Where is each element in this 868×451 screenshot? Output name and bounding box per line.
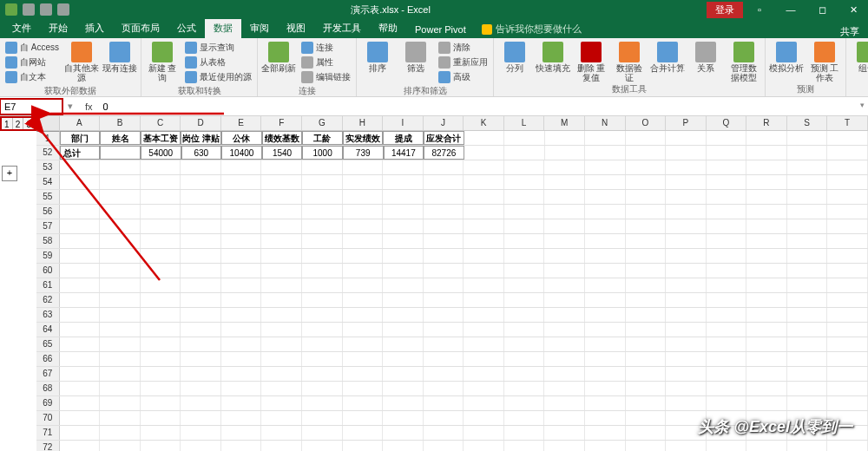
cell[interactable]: [221, 175, 262, 189]
cell[interactable]: [100, 160, 141, 174]
cell[interactable]: [343, 323, 384, 337]
cell[interactable]: [544, 411, 585, 425]
cell[interactable]: 82726: [424, 146, 464, 160]
cell[interactable]: [544, 426, 585, 440]
btn-connections[interactable]: 连接: [299, 41, 352, 55]
cell[interactable]: [707, 131, 747, 145]
row-header[interactable]: 63: [36, 308, 60, 322]
cell[interactable]: [544, 352, 585, 366]
cell[interactable]: [464, 264, 504, 278]
cell[interactable]: [464, 323, 504, 337]
cell[interactable]: [827, 441, 868, 451]
cell[interactable]: [261, 323, 302, 337]
cell[interactable]: [343, 264, 384, 278]
cell[interactable]: [302, 293, 343, 307]
cell[interactable]: [100, 293, 141, 307]
cell[interactable]: [100, 337, 141, 351]
cell[interactable]: [424, 337, 464, 351]
cell[interactable]: [666, 323, 707, 337]
cell[interactable]: [787, 293, 828, 307]
cell[interactable]: [261, 264, 302, 278]
cell[interactable]: [181, 160, 221, 174]
col-header-J[interactable]: J: [424, 116, 464, 130]
cell[interactable]: [141, 190, 181, 204]
cell[interactable]: [343, 205, 384, 219]
cell[interactable]: [261, 308, 302, 322]
qat-more-icon[interactable]: [57, 3, 69, 16]
cell[interactable]: [343, 160, 384, 174]
cell[interactable]: [464, 249, 504, 263]
cell[interactable]: [707, 396, 747, 410]
col-header-E[interactable]: E: [221, 116, 262, 130]
undo-icon[interactable]: [23, 3, 35, 16]
row-header[interactable]: 56: [36, 205, 60, 219]
tab-data[interactable]: 数据: [205, 19, 241, 38]
cell[interactable]: [302, 367, 343, 381]
ribbon-options-icon[interactable]: ▫: [745, 0, 774, 19]
cell[interactable]: [707, 264, 747, 278]
cell[interactable]: [464, 426, 504, 440]
cell[interactable]: [60, 175, 101, 189]
cell[interactable]: [383, 441, 424, 451]
cell[interactable]: [746, 146, 787, 160]
cell[interactable]: [504, 337, 545, 351]
cell[interactable]: [707, 352, 747, 366]
cell[interactable]: [585, 293, 626, 307]
cell[interactable]: [544, 441, 585, 451]
cell[interactable]: [343, 337, 384, 351]
cell[interactable]: [666, 175, 707, 189]
cell[interactable]: [60, 441, 101, 451]
cell[interactable]: [181, 205, 221, 219]
row-header[interactable]: 68: [36, 382, 60, 395]
cell[interactable]: [585, 264, 626, 278]
cell[interactable]: [746, 337, 787, 351]
cell[interactable]: [626, 249, 667, 263]
tab-developer[interactable]: 开发工具: [314, 19, 370, 38]
cell[interactable]: [141, 308, 181, 322]
row-header[interactable]: 59: [36, 249, 60, 263]
btn-new-query[interactable]: 新建 查询: [145, 40, 180, 82]
cell[interactable]: [221, 264, 262, 278]
cell[interactable]: [181, 190, 221, 204]
cell[interactable]: [100, 396, 141, 410]
cell[interactable]: [221, 234, 262, 248]
cell[interactable]: [787, 278, 828, 292]
cell[interactable]: [504, 190, 545, 204]
cell[interactable]: [746, 190, 787, 204]
cell[interactable]: [181, 352, 221, 366]
cell[interactable]: [666, 337, 707, 351]
cell[interactable]: [60, 411, 101, 425]
row-header[interactable]: 65: [36, 337, 60, 351]
cell[interactable]: [827, 337, 868, 351]
cell[interactable]: [302, 337, 343, 351]
cell[interactable]: [544, 219, 585, 233]
col-header-C[interactable]: C: [141, 116, 181, 130]
cell[interactable]: [60, 249, 101, 263]
cell[interactable]: [666, 219, 707, 233]
cell[interactable]: [302, 264, 343, 278]
cell[interactable]: [424, 382, 464, 395]
cell[interactable]: [261, 293, 302, 307]
cell[interactable]: 基本工资: [141, 131, 181, 145]
redo-icon[interactable]: [40, 3, 52, 16]
cell[interactable]: [100, 441, 141, 451]
cell[interactable]: [827, 205, 868, 219]
cell[interactable]: [827, 323, 868, 337]
close-button[interactable]: ✕: [838, 0, 868, 19]
cell[interactable]: [424, 352, 464, 366]
cell[interactable]: [343, 441, 384, 451]
cell[interactable]: [343, 352, 384, 366]
cell[interactable]: [544, 323, 585, 337]
cell[interactable]: [544, 205, 585, 219]
cell[interactable]: [141, 441, 181, 451]
cell[interactable]: [585, 249, 626, 263]
btn-clear[interactable]: 清除: [437, 41, 490, 55]
cell[interactable]: [666, 352, 707, 366]
cell[interactable]: [464, 219, 504, 233]
col-header-D[interactable]: D: [181, 116, 221, 130]
cell[interactable]: [787, 323, 828, 337]
cell[interactable]: [585, 396, 626, 410]
cell[interactable]: [545, 146, 586, 160]
cell[interactable]: [707, 367, 747, 381]
cell[interactable]: [544, 234, 585, 248]
